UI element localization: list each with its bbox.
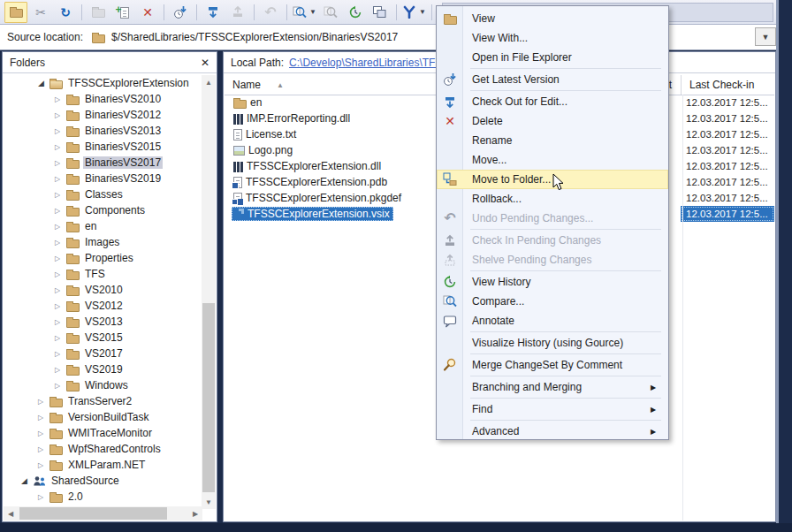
collapsed-arrow-icon[interactable]: ▷ bbox=[55, 143, 66, 151]
tree-item-binariesvs2019[interactable]: ▷BinariesVS2019 bbox=[4, 171, 202, 186]
collapsed-arrow-icon[interactable]: ▷ bbox=[55, 382, 66, 390]
tree-item-vs2012[interactable]: ▷VS2012 bbox=[4, 298, 202, 314]
collapsed-arrow-icon[interactable]: ▷ bbox=[55, 191, 66, 199]
tree-item-classes[interactable]: ▷Classes bbox=[4, 186, 202, 202]
collapsed-arrow-icon[interactable]: ▷ bbox=[55, 223, 66, 231]
compare-button[interactable]: ▼ bbox=[292, 2, 317, 23]
add-items-button[interactable]: + bbox=[111, 2, 134, 23]
collapsed-arrow-icon[interactable]: ▷ bbox=[55, 334, 66, 342]
tree-item-properties[interactable]: ▷Properties bbox=[4, 250, 202, 266]
tree-item-wpfsharedcontrols[interactable]: ▷WpfSharedControls bbox=[4, 441, 202, 457]
tree-item-windows[interactable]: ▷Windows bbox=[4, 377, 202, 393]
collapsed-arrow-icon[interactable]: ▷ bbox=[55, 159, 66, 167]
collapsed-arrow-icon[interactable]: ▷ bbox=[55, 111, 66, 119]
tree-item-2-0[interactable]: ▷2.0 bbox=[4, 489, 202, 505]
tree-item-binariesvs2013[interactable]: ▷BinariesVS2013 bbox=[4, 123, 202, 139]
expanded-arrow-icon[interactable]: ◢ bbox=[21, 476, 33, 485]
delete-button[interactable]: ✕ bbox=[136, 2, 159, 23]
tree-item-vs2019[interactable]: ▷VS2019 bbox=[4, 361, 202, 377]
tree-item-transserver2[interactable]: ▷TransServer2 bbox=[4, 393, 202, 409]
expanded-arrow-icon[interactable]: ◢ bbox=[38, 79, 50, 87]
tree-item-vs2015[interactable]: ▷VS2015 bbox=[4, 330, 202, 346]
get-latest-button[interactable] bbox=[169, 2, 192, 23]
collapsed-arrow-icon[interactable]: ▷ bbox=[55, 127, 66, 135]
tree-item-tfs[interactable]: ▷TFS bbox=[4, 266, 202, 282]
collapsed-arrow-icon[interactable]: ▷ bbox=[38, 493, 50, 501]
collapsed-arrow-icon[interactable]: ▷ bbox=[55, 286, 66, 294]
collapsed-arrow-icon[interactable]: ▷ bbox=[55, 350, 66, 358]
tree-item-binariesvs2012[interactable]: ▷BinariesVS2012 bbox=[4, 107, 202, 123]
menu-item-view-with[interactable]: View With... bbox=[437, 28, 668, 48]
check-out-button[interactable] bbox=[202, 2, 225, 23]
menu-item-visualize-history-using-gource[interactable]: Visualize History (using Gource) bbox=[437, 333, 668, 353]
menu-item-merge-changeset-by-comment[interactable]: Merge ChangeSet By Comment bbox=[437, 355, 668, 375]
collapsed-arrow-icon[interactable]: ▷ bbox=[55, 318, 66, 326]
tree-item-binariesvs2010[interactable]: ▷BinariesVS2010 bbox=[4, 91, 202, 107]
collapsed-arrow-icon[interactable]: ▷ bbox=[38, 398, 50, 406]
history-button[interactable] bbox=[344, 2, 367, 23]
scroll-left-icon[interactable]: ◀ bbox=[4, 506, 18, 521]
tree-item-xmlparam-net[interactable]: ▷XMLParam.NET bbox=[4, 457, 202, 473]
menu-item-branching-and-merging[interactable]: Branching and Merging▶ bbox=[437, 377, 668, 397]
tree-vertical-scrollbar[interactable]: ▲ ▼ bbox=[202, 75, 216, 509]
scroll-right-icon[interactable]: ▶ bbox=[188, 506, 202, 521]
collapsed-arrow-icon[interactable]: ▷ bbox=[55, 270, 66, 278]
menu-item-view[interactable]: View bbox=[437, 9, 668, 28]
collapsed-arrow-icon[interactable]: ▷ bbox=[55, 239, 66, 247]
tree-item-vs2017[interactable]: ▷VS2017 bbox=[4, 346, 202, 361]
menu-item-open-in-file-explorer[interactable]: Open in File Explorer bbox=[437, 48, 668, 67]
tree-item-vs2010[interactable]: ▷VS2010 bbox=[4, 282, 202, 298]
tree-item-en[interactable]: ▷en bbox=[4, 218, 202, 234]
menu-item-annotate[interactable]: Annotate bbox=[437, 311, 668, 331]
menu-item-compare[interactable]: Compare... bbox=[437, 292, 668, 311]
tree-item-images[interactable]: ▷Images bbox=[4, 234, 202, 250]
collapsed-arrow-icon[interactable]: ▷ bbox=[55, 175, 66, 183]
tree-item-sharedsource[interactable]: ◢SharedSource bbox=[4, 473, 202, 489]
collapsed-arrow-icon[interactable]: ▷ bbox=[55, 207, 66, 215]
tree-item-versionbuildtask[interactable]: ▷VersionBuildTask bbox=[4, 409, 202, 425]
menu-item-undo-pending-changes[interactable]: ↶Undo Pending Changes... bbox=[437, 209, 668, 228]
new-folder-button[interactable] bbox=[87, 2, 110, 23]
collapsed-arrow-icon[interactable]: ▷ bbox=[55, 366, 66, 374]
collapsed-arrow-icon[interactable]: ▷ bbox=[38, 414, 50, 422]
tree-item-binariesvs2017[interactable]: ▷BinariesVS2017 bbox=[4, 155, 202, 171]
tree-item-tfsscexplorerextension[interactable]: ◢TFSSCExplorerExtension bbox=[4, 75, 202, 91]
close-icon[interactable]: ✕ bbox=[201, 57, 209, 68]
refresh-button[interactable]: ↻ bbox=[54, 2, 77, 23]
menu-item-rename[interactable]: Rename bbox=[437, 131, 668, 150]
collapsed-arrow-icon[interactable]: ▷ bbox=[55, 95, 66, 103]
menu-item-get-latest-version[interactable]: Get Latest Version bbox=[437, 70, 668, 89]
tree-item-binariesvs2015[interactable]: ▷BinariesVS2015 bbox=[4, 139, 202, 155]
menu-item-view-history[interactable]: View History bbox=[437, 272, 668, 292]
menu-item-rollback[interactable]: Rollback... bbox=[437, 189, 668, 209]
collapsed-arrow-icon[interactable]: ▷ bbox=[55, 255, 66, 262]
scrollbar-thumb[interactable] bbox=[202, 303, 215, 492]
compare-alt-button[interactable] bbox=[319, 2, 342, 23]
scroll-down-icon[interactable]: ▼ bbox=[202, 495, 216, 509]
branch-button[interactable]: ▼ bbox=[401, 2, 427, 23]
collapsed-arrow-icon[interactable]: ▷ bbox=[55, 302, 66, 310]
local-path-link[interactable]: C:\Develop\SharedLibraries\TFS bbox=[289, 57, 442, 69]
menu-item-shelve-pending-changes[interactable]: Shelve Pending Changes bbox=[437, 250, 668, 270]
menu-item-move[interactable]: Move... bbox=[437, 150, 668, 170]
menu-item-advanced[interactable]: Advanced▶ bbox=[437, 422, 668, 441]
tree-item-wmitracemonitor[interactable]: ▷WMITraceMonitor bbox=[4, 425, 202, 441]
scrollbar-thumb[interactable] bbox=[19, 507, 167, 520]
unbind-button[interactable]: ✂ bbox=[29, 2, 52, 23]
changeset-button[interactable] bbox=[369, 2, 392, 23]
scroll-up-icon[interactable]: ▲ bbox=[202, 75, 216, 89]
menu-item-find[interactable]: Find▶ bbox=[437, 399, 668, 419]
undo-button[interactable]: ↶ bbox=[259, 2, 282, 23]
collapsed-arrow-icon[interactable]: ▷ bbox=[38, 461, 50, 469]
tree-item-components[interactable]: ▷Components bbox=[4, 202, 202, 218]
menu-item-check-out-for-edit[interactable]: Check Out for Edit... bbox=[437, 92, 668, 111]
collapsed-arrow-icon[interactable]: ▷ bbox=[38, 429, 50, 437]
open-source-folder-button[interactable] bbox=[4, 2, 27, 23]
check-in-button[interactable] bbox=[226, 2, 249, 23]
source-location-dropdown-button[interactable]: ▼ bbox=[755, 27, 776, 46]
column-header-last-checkin[interactable]: Last Check-in bbox=[681, 75, 774, 95]
tree-item-vs2013[interactable]: ▷VS2013 bbox=[4, 314, 202, 330]
tree-horizontal-scrollbar[interactable]: ◀ ▶ bbox=[4, 506, 202, 521]
menu-item-delete[interactable]: ✕Delete bbox=[437, 111, 668, 131]
collapsed-arrow-icon[interactable]: ▷ bbox=[38, 445, 50, 453]
